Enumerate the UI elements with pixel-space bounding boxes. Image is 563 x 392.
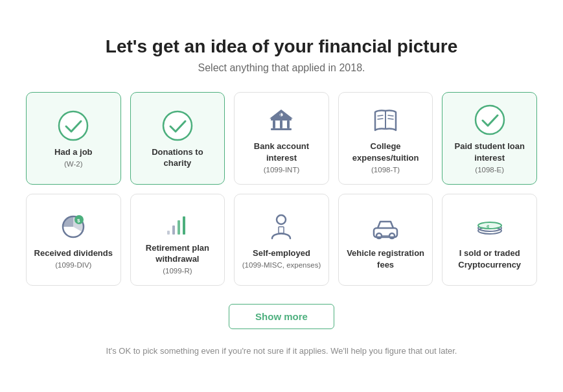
card-sublabel: (1099-INT) <box>264 165 300 175</box>
show-more-button[interactable]: Show more <box>229 304 334 329</box>
cards-grid: Had a job(W-2) Donations to charity $ Ba… <box>26 92 537 285</box>
svg-point-0 <box>59 111 87 140</box>
svg-point-27 <box>389 233 395 238</box>
svg-point-1 <box>163 111 192 140</box>
card-sublabel: (1099-MISC, expenses) <box>242 260 321 270</box>
checkmark-icon <box>474 104 505 135</box>
card-label: Had a job <box>54 146 93 158</box>
dividends-icon: $ <box>58 211 89 242</box>
svg-line-14 <box>388 119 393 119</box>
svg-rect-4 <box>280 121 282 128</box>
card-label: Paid student loan interest <box>449 141 530 163</box>
svg-point-26 <box>376 233 382 238</box>
svg-rect-5 <box>287 121 290 128</box>
checkmark-icon <box>58 110 89 141</box>
svg-rect-6 <box>271 128 292 130</box>
card-sublabel: (1099-R) <box>163 266 192 276</box>
svg-text:$: $ <box>280 113 282 117</box>
svg-point-23 <box>277 215 286 224</box>
svg-text:¢: ¢ <box>487 224 490 229</box>
svg-rect-21 <box>178 220 180 235</box>
svg-line-12 <box>378 119 383 119</box>
svg-line-13 <box>388 115 393 116</box>
card-sublabel: (1099-DIV) <box>55 260 91 270</box>
footer-note: It's OK to pick something even if you're… <box>26 346 537 356</box>
svg-rect-2 <box>271 119 292 121</box>
book-icon <box>370 104 401 135</box>
card-label: Vehicle registration fees <box>345 248 426 270</box>
card-label: Received dividends <box>34 248 113 259</box>
svg-line-11 <box>378 115 383 116</box>
checkmark-icon <box>162 110 193 141</box>
card-bank-account-interest[interactable]: $ Bank account interest(1099-INT) <box>234 92 329 184</box>
retirement-icon <box>162 206 193 237</box>
card-had-a-job[interactable]: Had a job(W-2) <box>26 92 121 184</box>
svg-point-15 <box>476 106 504 134</box>
card-cryptocurrency[interactable]: ¢ I sold or traded Cryptocurrency <box>442 194 537 286</box>
card-label: College expenses/tuition <box>345 141 426 163</box>
svg-rect-3 <box>273 121 275 128</box>
card-paid-student-loan[interactable]: Paid student loan interest(1098-E) <box>442 92 537 184</box>
card-sublabel: (1098-T) <box>371 165 400 175</box>
page-subtitle: Select anything that applied in 2018. <box>26 62 537 74</box>
svg-point-32 <box>478 222 501 229</box>
svg-rect-19 <box>167 231 170 235</box>
card-received-dividends[interactable]: $ Received dividends(1099-DIV) <box>26 194 121 286</box>
crypto-icon: ¢ <box>474 211 505 242</box>
card-label: Donations to charity <box>137 146 218 169</box>
page-title: Let's get an idea of your financial pict… <box>26 36 537 57</box>
car-icon <box>370 211 401 242</box>
bank-icon: $ <box>266 104 297 135</box>
card-college-expenses[interactable]: College expenses/tuition(1098-T) <box>338 92 433 184</box>
person-icon <box>266 211 297 242</box>
svg-rect-20 <box>172 225 175 235</box>
card-retirement-plan[interactable]: Retirement plan withdrawal(1099-R) <box>130 194 225 286</box>
card-sublabel: (W-2) <box>64 159 83 169</box>
svg-rect-24 <box>279 227 284 233</box>
card-label: I sold or traded Cryptocurrency <box>449 248 530 270</box>
card-label: Self-employed <box>253 248 310 259</box>
main-container: Let's get an idea of your financial pict… <box>0 17 563 375</box>
card-donations-to-charity[interactable]: Donations to charity <box>130 92 225 184</box>
card-sublabel: (1098-E) <box>475 165 504 175</box>
card-label: Retirement plan withdrawal <box>137 242 218 265</box>
svg-rect-22 <box>183 216 185 235</box>
card-self-employed[interactable]: Self-employed(1099-MISC, expenses) <box>234 194 329 286</box>
card-vehicle-registration[interactable]: Vehicle registration fees <box>338 194 433 286</box>
svg-text:$: $ <box>77 218 80 224</box>
card-label: Bank account interest <box>241 141 322 163</box>
